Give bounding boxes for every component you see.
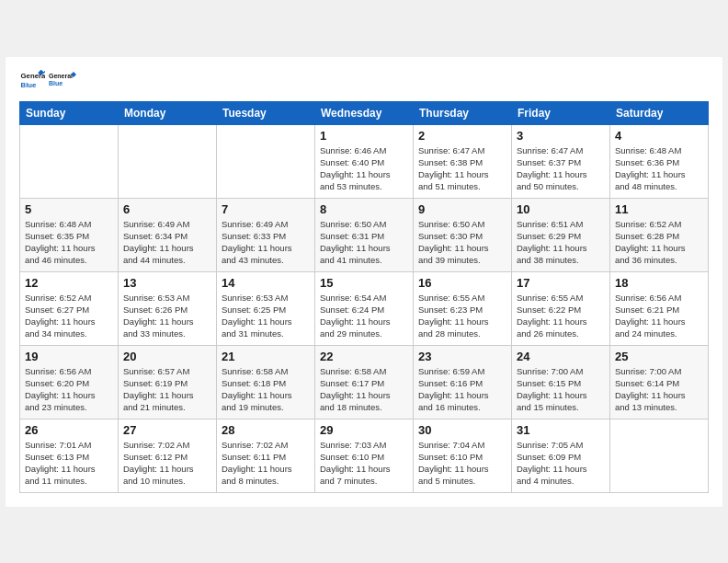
calendar-day-cell: 10Sunrise: 6:51 AMSunset: 6:29 PMDayligh… [512,198,610,271]
general-blue-logo-svg: General Blue [49,66,76,94]
day-info: Sunrise: 7:00 AMSunset: 6:14 PMDaylight:… [615,365,703,414]
day-info: Sunrise: 6:56 AMSunset: 6:20 PMDaylight:… [25,365,113,414]
day-number: 26 [25,423,113,437]
calendar-day-cell: 29Sunrise: 7:03 AMSunset: 6:10 PMDayligh… [315,419,414,492]
day-number: 28 [222,423,310,437]
day-info: Sunrise: 6:59 AMSunset: 6:16 PMDaylight:… [418,365,506,414]
day-number: 1 [320,129,408,143]
day-number: 10 [517,202,605,216]
day-number: 2 [418,129,506,143]
svg-text:Blue: Blue [21,80,38,88]
day-number: 16 [418,276,506,290]
calendar-week-row: 5Sunrise: 6:48 AMSunset: 6:35 PMDaylight… [20,198,709,271]
calendar-day-cell: 9Sunrise: 6:50 AMSunset: 6:30 PMDaylight… [414,198,512,271]
calendar-day-cell: 3Sunrise: 6:47 AMSunset: 6:37 PMDaylight… [512,124,610,198]
calendar-day-cell: 11Sunrise: 6:52 AMSunset: 6:28 PMDayligh… [610,198,709,271]
calendar-day-cell [119,124,217,198]
day-info: Sunrise: 6:52 AMSunset: 6:27 PMDaylight:… [25,292,113,340]
day-number: 29 [320,423,408,437]
calendar-day-cell: 8Sunrise: 6:50 AMSunset: 6:31 PMDaylight… [315,198,414,271]
day-number: 9 [418,202,506,216]
calendar-day-cell: 28Sunrise: 7:02 AMSunset: 6:11 PMDayligh… [217,419,315,492]
calendar-table: Sunday Monday Tuesday Wednesday Thursday… [19,101,709,493]
day-number: 23 [418,350,506,363]
calendar-day-cell: 26Sunrise: 7:01 AMSunset: 6:13 PMDayligh… [20,419,119,492]
header-thursday: Thursday [414,101,512,124]
day-number: 14 [222,276,310,290]
day-number: 11 [615,202,703,216]
day-info: Sunrise: 6:58 AMSunset: 6:17 PMDaylight:… [320,365,408,414]
calendar-day-cell [217,124,315,198]
calendar-week-row: 12Sunrise: 6:52 AMSunset: 6:27 PMDayligh… [20,271,709,345]
header-saturday: Saturday [610,101,709,124]
calendar-wrapper: General Blue General Blue [6,57,722,507]
header-wednesday: Wednesday [315,101,414,124]
calendar-day-cell: 27Sunrise: 7:02 AMSunset: 6:12 PMDayligh… [119,419,217,492]
calendar-day-cell: 15Sunrise: 6:54 AMSunset: 6:24 PMDayligh… [315,271,414,345]
day-number: 4 [615,129,703,143]
day-info: Sunrise: 7:04 AMSunset: 6:10 PMDaylight:… [418,439,506,488]
calendar-day-cell [20,124,119,198]
day-number: 22 [320,350,408,363]
day-info: Sunrise: 6:49 AMSunset: 6:34 PMDaylight:… [123,218,211,267]
calendar-day-cell: 4Sunrise: 6:48 AMSunset: 6:36 PMDaylight… [610,124,709,198]
day-number: 18 [615,276,703,290]
day-info: Sunrise: 6:58 AMSunset: 6:18 PMDaylight:… [222,365,310,414]
calendar-day-cell: 12Sunrise: 6:52 AMSunset: 6:27 PMDayligh… [20,271,119,345]
day-number: 6 [123,202,211,216]
day-number: 27 [123,423,211,437]
day-info: Sunrise: 6:53 AMSunset: 6:25 PMDaylight:… [222,292,310,340]
day-info: Sunrise: 6:50 AMSunset: 6:30 PMDaylight:… [418,218,506,267]
day-info: Sunrise: 6:48 AMSunset: 6:35 PMDaylight:… [25,218,113,267]
day-info: Sunrise: 6:48 AMSunset: 6:36 PMDaylight:… [615,144,703,193]
svg-text:General: General [49,73,73,79]
calendar-day-cell: 20Sunrise: 6:57 AMSunset: 6:19 PMDayligh… [119,345,217,419]
calendar-day-cell: 5Sunrise: 6:48 AMSunset: 6:35 PMDaylight… [20,198,119,271]
header-friday: Friday [512,101,610,124]
day-info: Sunrise: 7:00 AMSunset: 6:15 PMDaylight:… [517,365,605,414]
day-info: Sunrise: 6:51 AMSunset: 6:29 PMDaylight:… [517,218,605,267]
day-info: Sunrise: 6:47 AMSunset: 6:37 PMDaylight:… [517,144,605,193]
header-tuesday: Tuesday [217,101,315,124]
weekday-header-row: Sunday Monday Tuesday Wednesday Thursday… [20,101,709,124]
day-number: 31 [517,423,605,437]
calendar-day-cell: 13Sunrise: 6:53 AMSunset: 6:26 PMDayligh… [119,271,217,345]
day-number: 15 [320,276,408,290]
calendar-week-row: 19Sunrise: 6:56 AMSunset: 6:20 PMDayligh… [20,345,709,419]
calendar-day-cell: 31Sunrise: 7:05 AMSunset: 6:09 PMDayligh… [512,419,610,492]
day-info: Sunrise: 6:50 AMSunset: 6:31 PMDaylight:… [320,218,408,267]
calendar-day-cell: 16Sunrise: 6:55 AMSunset: 6:23 PMDayligh… [414,271,512,345]
calendar-day-cell: 2Sunrise: 6:47 AMSunset: 6:38 PMDaylight… [414,124,512,198]
day-info: Sunrise: 6:53 AMSunset: 6:26 PMDaylight:… [123,292,211,340]
day-info: Sunrise: 7:03 AMSunset: 6:10 PMDaylight:… [320,439,408,488]
day-number: 5 [25,202,113,216]
calendar-day-cell: 19Sunrise: 6:56 AMSunset: 6:20 PMDayligh… [20,345,119,419]
day-number: 13 [123,276,211,290]
day-number: 12 [25,276,113,290]
day-info: Sunrise: 6:49 AMSunset: 6:33 PMDaylight:… [222,218,310,267]
calendar-day-cell: 30Sunrise: 7:04 AMSunset: 6:10 PMDayligh… [414,419,512,492]
calendar-day-cell: 21Sunrise: 6:58 AMSunset: 6:18 PMDayligh… [217,345,315,419]
day-number: 7 [222,202,310,216]
calendar-day-cell: 18Sunrise: 6:56 AMSunset: 6:21 PMDayligh… [610,271,709,345]
day-number: 8 [320,202,408,216]
calendar-day-cell: 24Sunrise: 7:00 AMSunset: 6:15 PMDayligh… [512,345,610,419]
calendar-day-cell: 7Sunrise: 6:49 AMSunset: 6:33 PMDaylight… [217,198,315,271]
calendar-header: General Blue General Blue [19,66,709,94]
calendar-day-cell: 25Sunrise: 7:00 AMSunset: 6:14 PMDayligh… [610,345,709,419]
day-info: Sunrise: 7:02 AMSunset: 6:12 PMDaylight:… [123,439,211,488]
day-number: 30 [418,423,506,437]
logo-icon: General Blue [19,67,45,93]
day-number: 3 [517,129,605,143]
day-info: Sunrise: 6:57 AMSunset: 6:19 PMDaylight:… [123,365,211,414]
header-sunday: Sunday [20,101,119,124]
day-number: 21 [222,350,310,363]
day-info: Sunrise: 6:52 AMSunset: 6:28 PMDaylight:… [615,218,703,267]
day-number: 25 [615,350,703,363]
day-info: Sunrise: 6:56 AMSunset: 6:21 PMDaylight:… [615,292,703,340]
calendar-week-row: 26Sunrise: 7:01 AMSunset: 6:13 PMDayligh… [20,419,709,492]
day-info: Sunrise: 7:05 AMSunset: 6:09 PMDaylight:… [517,439,605,488]
day-number: 24 [517,350,605,363]
day-info: Sunrise: 6:47 AMSunset: 6:38 PMDaylight:… [418,144,506,193]
calendar-day-cell: 6Sunrise: 6:49 AMSunset: 6:34 PMDaylight… [119,198,217,271]
